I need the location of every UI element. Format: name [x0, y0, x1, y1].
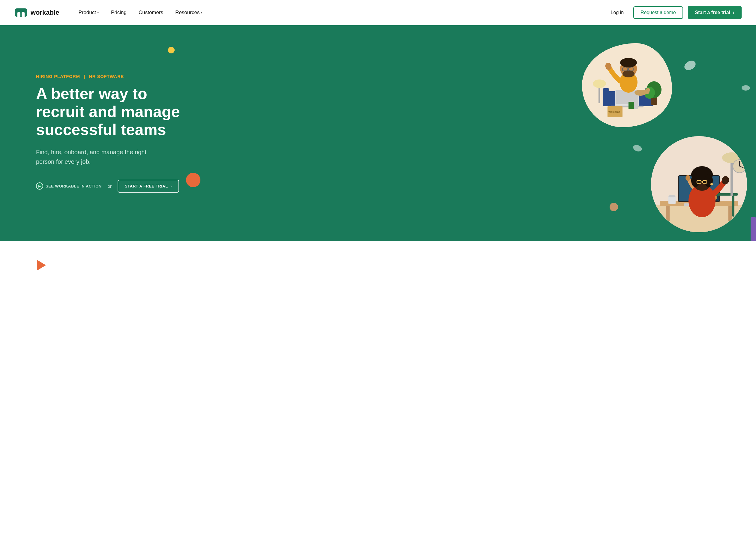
svg-line-63	[739, 166, 743, 168]
workable-logo-icon	[14, 7, 28, 18]
hero-person-2-blob	[651, 136, 747, 232]
svg-point-36	[693, 174, 705, 186]
start-trial-button[interactable]: Start a free trial ›	[688, 6, 742, 19]
svg-point-37	[693, 172, 705, 179]
svg-rect-4	[615, 90, 639, 106]
blob-white-decoration-1	[683, 59, 697, 72]
svg-point-35	[692, 177, 706, 194]
svg-point-14	[622, 70, 635, 77]
svg-point-23	[593, 79, 606, 88]
svg-point-38	[686, 175, 690, 181]
svg-rect-43	[684, 203, 714, 206]
bottom-section	[0, 241, 756, 289]
nav-resources[interactable]: Resources ▾	[171, 7, 207, 18]
main-nav: workable Product ▾ Pricing Customers Res…	[0, 0, 756, 25]
svg-rect-59	[730, 160, 733, 196]
chevron-down-icon: ▾	[201, 11, 202, 14]
arrow-icon: ›	[171, 184, 172, 189]
logo-link[interactable]: workable	[14, 7, 59, 18]
request-demo-button[interactable]: Request a demo	[633, 6, 683, 19]
svg-rect-10	[634, 103, 638, 109]
svg-point-45	[669, 195, 676, 198]
hero-cta: ▶ SEE WORKABLE IN ACTION or START A FREE…	[36, 180, 192, 193]
svg-rect-44	[669, 196, 676, 204]
svg-rect-39	[711, 194, 719, 201]
hero-subtitle: Find, hire, onboard, and manage the righ…	[36, 147, 162, 167]
svg-point-24	[635, 90, 647, 96]
or-text: or	[108, 184, 112, 189]
svg-point-53	[704, 174, 713, 187]
svg-point-40	[712, 195, 717, 200]
nav-links: Product ▾ Pricing Customers Resources ▾	[73, 7, 606, 18]
svg-rect-32	[678, 175, 720, 202]
svg-rect-7	[607, 106, 622, 117]
svg-rect-55	[702, 181, 707, 183]
dot-red-decoration	[721, 177, 726, 181]
svg-rect-1	[606, 91, 654, 106]
svg-rect-5	[616, 90, 638, 104]
svg-rect-22	[598, 85, 600, 103]
hero-title: A better way to recruit and manage succe…	[36, 85, 192, 139]
svg-rect-15	[622, 68, 627, 71]
svg-rect-46	[711, 193, 738, 196]
triangle-decoration-icon	[37, 260, 46, 271]
chevron-down-icon: ▾	[97, 11, 99, 14]
svg-point-12	[620, 60, 637, 77]
svg-rect-0	[582, 43, 672, 127]
svg-rect-31	[728, 206, 732, 221]
nav-right: Log in Request a demo Start a free trial…	[606, 6, 742, 19]
logo-text: workable	[31, 9, 59, 17]
arrow-icon: ›	[733, 9, 734, 16]
svg-point-60	[722, 152, 741, 163]
svg-rect-54	[697, 181, 701, 183]
svg-rect-34	[679, 176, 719, 201]
svg-rect-41	[697, 202, 701, 206]
svg-rect-27	[651, 136, 747, 232]
svg-rect-16	[628, 68, 633, 71]
hero-person-1-svg: Welcome	[582, 43, 672, 127]
svg-rect-2	[603, 88, 609, 106]
dot-yellow-decoration	[168, 47, 175, 54]
svg-rect-29	[660, 201, 738, 206]
svg-point-21	[644, 87, 655, 99]
svg-rect-28	[651, 205, 747, 232]
dot-tan-decoration	[610, 203, 618, 211]
blob-white-decoration-2	[632, 144, 643, 152]
svg-point-13	[620, 58, 637, 68]
svg-point-25	[644, 89, 650, 94]
hero-person-1-blob: Welcome	[582, 43, 672, 127]
blob-white-decoration-3	[742, 85, 750, 90]
svg-point-48	[729, 219, 747, 227]
scrollbar-hint[interactable]	[751, 217, 756, 241]
svg-rect-30	[666, 206, 670, 221]
nav-product[interactable]: Product ▾	[73, 7, 104, 18]
hero-eyebrow: HIRING PLATFORM | HR SOFTWARE	[36, 74, 192, 79]
svg-point-26	[646, 88, 650, 92]
svg-point-18	[604, 62, 612, 70]
svg-rect-3	[645, 88, 651, 106]
svg-point-11	[619, 72, 638, 93]
svg-rect-47	[732, 196, 734, 216]
play-icon: ▶	[36, 183, 43, 190]
see-workable-action-button[interactable]: ▶ SEE WORKABLE IN ACTION	[36, 183, 102, 190]
svg-point-61	[733, 160, 746, 173]
login-button[interactable]: Log in	[606, 8, 629, 18]
svg-text:Welcome: Welcome	[608, 110, 620, 113]
hero-illustration: Welcome	[510, 25, 756, 241]
nav-pricing[interactable]: Pricing	[106, 7, 131, 18]
nav-customers[interactable]: Customers	[134, 7, 168, 18]
hero-section: HIRING PLATFORM | HR SOFTWARE A better w…	[0, 25, 756, 241]
svg-point-49	[689, 184, 715, 217]
start-free-trial-button[interactable]: START A FREE TRIAL ›	[118, 180, 179, 193]
svg-point-20	[647, 81, 662, 98]
svg-point-57	[710, 183, 713, 186]
hero-content: HIRING PLATFORM | HR SOFTWARE A better w…	[36, 74, 192, 192]
svg-rect-33	[679, 176, 719, 201]
svg-rect-9	[628, 102, 634, 109]
svg-point-50	[693, 172, 711, 191]
svg-rect-42	[693, 205, 705, 207]
svg-point-52	[691, 174, 699, 187]
svg-point-51	[691, 166, 713, 183]
hero-person-2-svg	[651, 136, 747, 232]
svg-rect-6	[610, 106, 644, 107]
